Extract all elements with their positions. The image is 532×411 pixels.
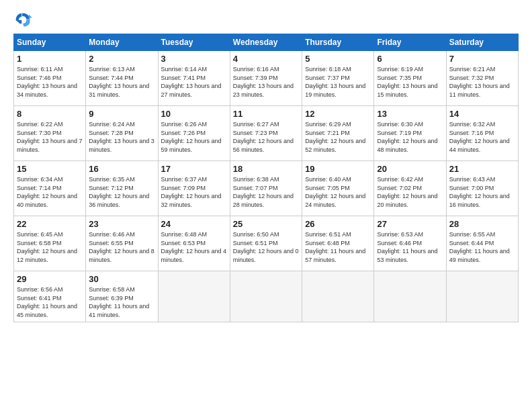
day-number: 25 (233, 219, 299, 229)
day-info: Sunrise: 6:34 AMSunset: 7:14 PMDaylight:… (17, 175, 83, 209)
day-number: 29 (17, 274, 83, 284)
calendar-cell: 7Sunrise: 6:21 AMSunset: 7:32 PMDaylight… (446, 51, 518, 106)
day-info: Sunrise: 6:24 AMSunset: 7:28 PMDaylight:… (89, 120, 154, 154)
day-number: 3 (161, 54, 227, 64)
calendar-day-header: Saturday (446, 34, 518, 51)
day-number: 26 (305, 219, 371, 229)
day-number: 1 (17, 54, 83, 64)
header (13, 11, 519, 30)
calendar-cell: 25Sunrise: 6:50 AMSunset: 6:51 PMDayligh… (230, 216, 302, 271)
day-info: Sunrise: 6:16 AMSunset: 7:39 PMDaylight:… (233, 65, 299, 99)
day-info: Sunrise: 6:29 AMSunset: 7:21 PMDaylight:… (305, 120, 371, 154)
day-info: Sunrise: 6:27 AMSunset: 7:23 PMDaylight:… (233, 120, 299, 154)
logo (13, 11, 35, 30)
day-info: Sunrise: 6:43 AMSunset: 7:00 PMDaylight:… (449, 175, 515, 209)
day-info: Sunrise: 6:51 AMSunset: 6:48 PMDaylight:… (305, 230, 371, 264)
calendar-cell: 27Sunrise: 6:53 AMSunset: 6:46 PMDayligh… (374, 216, 446, 271)
calendar-cell: 2Sunrise: 6:13 AMSunset: 7:44 PMDaylight… (86, 51, 158, 106)
calendar-day-header: Monday (86, 34, 158, 51)
calendar: SundayMondayTuesdayWednesdayThursdayFrid… (13, 34, 519, 322)
calendar-cell: 1Sunrise: 6:11 AMSunset: 7:46 PMDaylight… (14, 51, 86, 106)
calendar-cell: 29Sunrise: 6:56 AMSunset: 6:41 PMDayligh… (14, 271, 86, 322)
calendar-cell: 30Sunrise: 6:58 AMSunset: 6:39 PMDayligh… (86, 271, 158, 322)
day-info: Sunrise: 6:40 AMSunset: 7:05 PMDaylight:… (305, 175, 371, 209)
day-number: 19 (305, 164, 371, 174)
day-info: Sunrise: 6:22 AMSunset: 7:30 PMDaylight:… (17, 120, 83, 154)
day-number: 12 (305, 109, 371, 119)
day-info: Sunrise: 6:37 AMSunset: 7:09 PMDaylight:… (161, 175, 227, 209)
day-number: 15 (17, 164, 83, 174)
svg-marker-0 (29, 14, 32, 17)
day-number: 23 (89, 219, 154, 229)
day-number: 16 (89, 164, 154, 174)
calendar-week-row: 1Sunrise: 6:11 AMSunset: 7:46 PMDaylight… (14, 51, 519, 106)
day-number: 17 (161, 164, 227, 174)
calendar-cell: 21Sunrise: 6:43 AMSunset: 7:00 PMDayligh… (446, 161, 518, 216)
day-number: 30 (89, 274, 154, 284)
day-number: 7 (449, 54, 515, 64)
day-info: Sunrise: 6:26 AMSunset: 7:26 PMDaylight:… (161, 120, 227, 154)
day-info: Sunrise: 6:11 AMSunset: 7:46 PMDaylight:… (17, 65, 83, 99)
logo-icon (13, 11, 32, 30)
day-info: Sunrise: 6:42 AMSunset: 7:02 PMDaylight:… (377, 175, 443, 209)
calendar-cell: 15Sunrise: 6:34 AMSunset: 7:14 PMDayligh… (14, 161, 86, 216)
day-info: Sunrise: 6:48 AMSunset: 6:53 PMDaylight:… (161, 230, 227, 264)
calendar-cell: 4Sunrise: 6:16 AMSunset: 7:39 PMDaylight… (230, 51, 302, 106)
calendar-cell: 6Sunrise: 6:19 AMSunset: 7:35 PMDaylight… (374, 51, 446, 106)
calendar-header-row: SundayMondayTuesdayWednesdayThursdayFrid… (14, 34, 519, 51)
calendar-cell: 16Sunrise: 6:35 AMSunset: 7:12 PMDayligh… (86, 161, 158, 216)
day-info: Sunrise: 6:45 AMSunset: 6:58 PMDaylight:… (17, 230, 83, 264)
day-info: Sunrise: 6:19 AMSunset: 7:35 PMDaylight:… (377, 65, 443, 99)
calendar-cell (158, 271, 230, 322)
day-info: Sunrise: 6:21 AMSunset: 7:32 PMDaylight:… (449, 65, 515, 99)
calendar-cell: 10Sunrise: 6:26 AMSunset: 7:26 PMDayligh… (158, 106, 230, 161)
day-number: 10 (161, 109, 227, 119)
day-number: 20 (377, 164, 443, 174)
day-info: Sunrise: 6:32 AMSunset: 7:16 PMDaylight:… (449, 120, 515, 154)
calendar-cell: 13Sunrise: 6:30 AMSunset: 7:19 PMDayligh… (374, 106, 446, 161)
calendar-cell: 19Sunrise: 6:40 AMSunset: 7:05 PMDayligh… (302, 161, 374, 216)
day-number: 8 (17, 109, 83, 119)
calendar-cell: 14Sunrise: 6:32 AMSunset: 7:16 PMDayligh… (446, 106, 518, 161)
day-info: Sunrise: 6:35 AMSunset: 7:12 PMDaylight:… (89, 175, 154, 209)
day-number: 27 (377, 219, 443, 229)
day-number: 28 (449, 219, 515, 229)
calendar-cell (230, 271, 302, 322)
calendar-week-row: 29Sunrise: 6:56 AMSunset: 6:41 PMDayligh… (14, 271, 519, 322)
calendar-cell: 9Sunrise: 6:24 AMSunset: 7:28 PMDaylight… (86, 106, 158, 161)
day-info: Sunrise: 6:56 AMSunset: 6:41 PMDaylight:… (17, 285, 83, 319)
calendar-cell: 17Sunrise: 6:37 AMSunset: 7:09 PMDayligh… (158, 161, 230, 216)
page: SundayMondayTuesdayWednesdayThursdayFrid… (0, 0, 532, 411)
calendar-week-row: 15Sunrise: 6:34 AMSunset: 7:14 PMDayligh… (14, 161, 519, 216)
calendar-week-row: 22Sunrise: 6:45 AMSunset: 6:58 PMDayligh… (14, 216, 519, 271)
calendar-day-header: Wednesday (230, 34, 302, 51)
day-number: 22 (17, 219, 83, 229)
calendar-cell: 23Sunrise: 6:46 AMSunset: 6:55 PMDayligh… (86, 216, 158, 271)
calendar-day-header: Sunday (14, 34, 86, 51)
day-info: Sunrise: 6:55 AMSunset: 6:44 PMDaylight:… (449, 230, 515, 264)
calendar-cell: 12Sunrise: 6:29 AMSunset: 7:21 PMDayligh… (302, 106, 374, 161)
day-info: Sunrise: 6:38 AMSunset: 7:07 PMDaylight:… (233, 175, 299, 209)
day-info: Sunrise: 6:18 AMSunset: 7:37 PMDaylight:… (305, 65, 371, 99)
day-number: 14 (449, 109, 515, 119)
day-number: 24 (161, 219, 227, 229)
day-number: 2 (89, 54, 154, 64)
calendar-cell: 18Sunrise: 6:38 AMSunset: 7:07 PMDayligh… (230, 161, 302, 216)
day-info: Sunrise: 6:13 AMSunset: 7:44 PMDaylight:… (89, 65, 154, 99)
calendar-cell: 3Sunrise: 6:14 AMSunset: 7:41 PMDaylight… (158, 51, 230, 106)
calendar-cell: 20Sunrise: 6:42 AMSunset: 7:02 PMDayligh… (374, 161, 446, 216)
calendar-cell (302, 271, 374, 322)
day-info: Sunrise: 6:58 AMSunset: 6:39 PMDaylight:… (89, 285, 154, 319)
day-info: Sunrise: 6:14 AMSunset: 7:41 PMDaylight:… (161, 65, 227, 99)
day-number: 6 (377, 54, 443, 64)
calendar-cell (374, 271, 446, 322)
day-info: Sunrise: 6:46 AMSunset: 6:55 PMDaylight:… (89, 230, 154, 264)
calendar-day-header: Tuesday (158, 34, 230, 51)
calendar-cell: 24Sunrise: 6:48 AMSunset: 6:53 PMDayligh… (158, 216, 230, 271)
calendar-cell: 8Sunrise: 6:22 AMSunset: 7:30 PMDaylight… (14, 106, 86, 161)
calendar-cell: 26Sunrise: 6:51 AMSunset: 6:48 PMDayligh… (302, 216, 374, 271)
day-number: 4 (233, 54, 299, 64)
day-number: 9 (89, 109, 154, 119)
calendar-cell (446, 271, 518, 322)
day-info: Sunrise: 6:53 AMSunset: 6:46 PMDaylight:… (377, 230, 443, 264)
